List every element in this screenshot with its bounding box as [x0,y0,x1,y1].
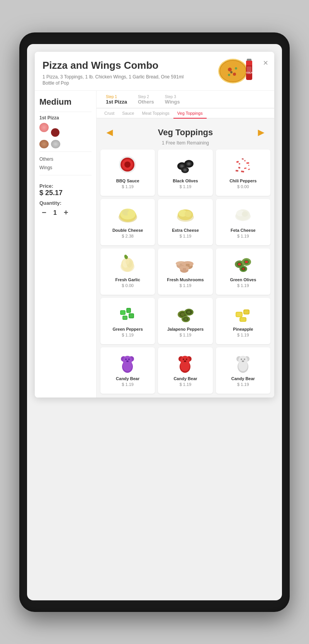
svg-rect-32 [248,168,250,170]
tab-sauce[interactable]: Sauce [118,109,138,118]
svg-text:COLA: COLA [246,71,253,74]
next-nav-button[interactable]: ► [252,126,270,139]
price-value: $ 25.17 [39,189,92,197]
prev-nav-button[interactable]: ◄ [100,126,119,139]
item-candy-red[interactable]: Candy Bear $ 1.19 [158,347,212,394]
candy-white-price: $ 1.19 [237,382,249,387]
svg-point-36 [244,160,246,161]
jalapeno-peppers-name: Jalapeno Peppers [167,327,204,331]
item-candy-white[interactable]: Candy Bear $ 1.19 [216,347,270,394]
quantity-value: 1 [53,209,57,216]
pineapple-name: Pineapple [233,327,253,331]
extra-cheese-name: Extra Cheese [172,228,199,233]
quantity-plus-button[interactable]: + [61,208,71,217]
chili-peppers-price: $ 0.00 [237,184,249,189]
jalapeno-peppers-price: $ 1.19 [180,333,192,337]
step-2-number: Step 2 [138,95,154,99]
svg-rect-31 [236,170,238,172]
content-area: ◄ Veg Toppings ► 1 Free Item Remaining [97,119,274,398]
tab-meat-toppings[interactable]: Meat Toppings [138,109,173,118]
svg-point-22 [187,163,190,165]
modal-description: 1 Pizza, 3 Toppings, 1 lb. Chicken Wings… [42,74,189,87]
tablet-screen: Pizza and Wings Combo 1 Pizza, 3 Topping… [27,44,282,600]
svg-point-4 [228,74,230,76]
green-olives-image [231,253,255,274]
svg-rect-10 [246,61,252,65]
price-label: Price: [39,183,92,189]
feta-cheese-price: $ 1.19 [237,234,249,238]
sidebar-item-others[interactable]: Others [39,155,92,163]
sidebar-divider-1 [39,112,92,112]
bbq-sauce-name: BBQ Sauce [116,178,139,183]
fresh-mushrooms-price: $ 1.19 [180,283,192,288]
pizza-toppings-icons [39,123,92,137]
svg-point-16 [124,161,131,168]
svg-point-70 [245,261,248,263]
item-double-cheese[interactable]: Double Cheese $ 2.38 [100,199,155,245]
item-green-olives[interactable]: Green Olives $ 1.19 [216,248,270,295]
chili-peppers-name: Chili Peppers [229,178,256,183]
item-candy-purple[interactable]: Candy Bear $ 1.19 [100,347,155,394]
modal-body: Medium 1st Pizza [35,91,274,398]
svg-point-5 [235,67,237,70]
size-label: Medium [39,97,92,107]
step-2-others[interactable]: Step 2 Others [132,91,160,108]
extra-cheese-image [174,204,197,225]
black-olives-price: $ 1.19 [180,184,192,189]
step-3-wings[interactable]: Step 3 Wings [160,91,185,108]
topping-icon-2 [51,140,60,148]
svg-point-34 [239,163,240,165]
quantity-control: − 1 + [39,208,92,217]
sidebar: Medium 1st Pizza [35,91,97,398]
pizza-section-title: 1st Pizza [39,115,92,121]
item-bbq-sauce[interactable]: BBQ Sauce $ 1.19 [100,150,155,196]
item-chili-peppers[interactable]: Chili Peppers $ 0.00 [216,150,270,196]
svg-point-118 [241,359,242,360]
sidebar-divider-3 [39,175,92,175]
black-olives-name: Black Olives [173,178,198,183]
item-fresh-mushrooms[interactable]: Fresh Mushrooms $ 1.19 [158,248,212,295]
svg-rect-92 [236,313,242,316]
quantity-minus-button[interactable]: − [39,208,49,217]
svg-point-104 [126,360,129,362]
items-grid: BBQ Sauce $ 1.19 [100,150,270,394]
veg-toppings-header: ◄ Veg Toppings ► [100,122,270,140]
item-black-olives[interactable]: Black Olives $ 1.19 [158,150,212,196]
item-extra-cheese[interactable]: Extra Cheese $ 1.19 [158,199,212,245]
svg-point-90 [184,318,187,320]
svg-point-112 [184,360,186,362]
step-1-pizza[interactable]: Step 1 1st Pizza [100,91,132,108]
modal-container: Pizza and Wings Combo 1 Pizza, 3 Topping… [35,52,274,398]
candy-purple-price: $ 1.19 [122,382,134,387]
sidebar-item-wings[interactable]: Wings [39,163,92,172]
item-feta-cheese[interactable]: Feta Cheese $ 1.19 [216,199,270,245]
close-button[interactable]: × [263,58,268,68]
svg-point-87 [187,311,190,313]
step-1-number: Step 1 [106,95,127,99]
topping-icon-1 [39,140,49,148]
item-green-peppers[interactable]: Green Peppers $ 1.19 [100,298,155,344]
candy-red-image [174,352,197,373]
pineapple-image [231,302,255,324]
modal-header: Pizza and Wings Combo 1 Pizza, 3 Topping… [35,52,274,91]
svg-rect-77 [127,309,130,312]
step-3-number: Step 3 [165,95,180,99]
item-pineapple[interactable]: Pineapple $ 1.19 [216,298,270,344]
tab-crust[interactable]: Crust [100,109,118,118]
tab-veg-toppings[interactable]: Veg Toppings [173,109,207,119]
svg-rect-79 [123,316,127,319]
product-image: COLA [214,55,257,86]
svg-rect-26 [236,161,239,163]
svg-point-120 [242,360,244,362]
fresh-garlic-image [116,253,139,274]
green-olives-name: Green Olives [230,277,256,282]
quantity-label: Quantity: [39,200,92,206]
svg-rect-29 [238,167,240,168]
bbq-sauce-image [116,154,139,175]
double-cheese-price: $ 2.38 [122,234,134,238]
item-jalapeno-peppers[interactable]: Jalapeno Peppers $ 1.19 [158,298,212,344]
price-section: Price: $ 25.17 Quantity: − 1 + [39,178,92,222]
item-fresh-garlic[interactable]: Fresh Garlic $ 0.00 [100,248,155,295]
svg-point-102 [125,359,127,360]
candy-white-image [231,352,255,373]
